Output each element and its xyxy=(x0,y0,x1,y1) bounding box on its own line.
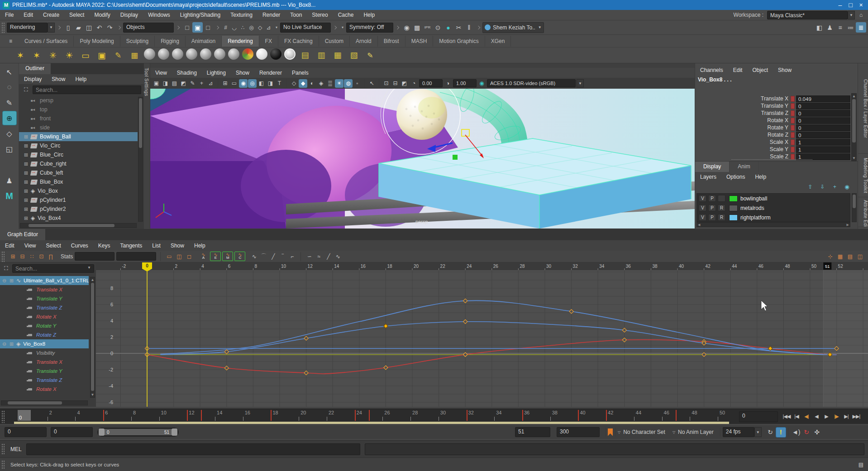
view-transform-selector[interactable]: ACES 1.0 SDR-video (sRGB) xyxy=(487,79,576,87)
loop-mode-icon[interactable]: ↻ xyxy=(765,427,776,438)
outliner-item-blue-box[interactable]: ⊞Blue_Box xyxy=(19,177,138,186)
go-to-start-button[interactable]: |◀◀ xyxy=(782,411,792,422)
snap-curve-icon[interactable]: ◡ xyxy=(230,23,238,32)
texture-icon[interactable]: ▥ xyxy=(315,48,328,62)
render-current-frame-icon[interactable]: ▩ xyxy=(412,22,422,33)
range-start-handle[interactable] xyxy=(99,428,105,436)
expand-toggle-icon[interactable]: ⊞ xyxy=(24,171,29,176)
color-management-icon[interactable]: ◉ xyxy=(477,79,486,88)
menu-item-texturing[interactable]: Texturing xyxy=(225,12,258,18)
stats-field-1[interactable] xyxy=(75,252,114,261)
view-transform-arrow[interactable]: ▼ xyxy=(577,79,584,87)
surface-shader-icon[interactable] xyxy=(256,48,267,60)
snap-grid-icon[interactable]: # xyxy=(221,23,230,32)
channel-box-vscrollbar[interactable]: ▲ ▼ xyxy=(851,93,857,161)
viewport-toolbar-icon-12[interactable]: ◧ xyxy=(257,79,266,88)
viewport-toolbar-icon-8[interactable]: ⊞ xyxy=(221,79,229,88)
move-nearest-key-icon[interactable]: ⊞ xyxy=(9,252,17,261)
mel-label[interactable]: MEL xyxy=(10,446,22,452)
viewport-toolbar-icon-5[interactable]: + xyxy=(197,79,206,88)
graph-channel-rotate-x[interactable]: Rotate X xyxy=(0,312,89,321)
viewport-toolbar-icon-9[interactable]: ▭ xyxy=(230,79,238,88)
current-time-field[interactable]: 0 xyxy=(739,411,778,422)
grapheditor-menu-keys[interactable]: Keys xyxy=(93,243,115,249)
viewport-toolbar-icon-16[interactable]: ◇ xyxy=(290,79,298,88)
grapheditor-menu-tangents[interactable]: Tangents xyxy=(115,243,148,249)
playback-end-field[interactable]: 51 xyxy=(515,427,550,437)
graph-toolbar-grip[interactable] xyxy=(1,251,5,262)
gamma-icon[interactable]: ◑ xyxy=(444,79,452,88)
layer-reference-toggle[interactable] xyxy=(718,195,725,202)
animation-end-field[interactable]: 300 xyxy=(557,427,600,437)
step-forward-frame-button[interactable]: |▶ xyxy=(831,411,841,422)
layer-row-bowlingball[interactable]: VPbowlingball xyxy=(697,194,850,203)
live-surface-field[interactable]: No Live Surface xyxy=(280,23,331,33)
render-view-icon[interactable]: ◉ xyxy=(401,22,412,33)
outliner-item-vio-box4[interactable]: ⊞◈Vio_Box4 xyxy=(19,214,138,223)
layer-playback-toggle[interactable]: P xyxy=(708,205,716,211)
exposure-icon[interactable]: ◔ xyxy=(410,79,418,88)
shelf-tab-poly-modeling[interactable]: Poly Modeling xyxy=(74,36,120,47)
attribute-editor-icon[interactable]: ≡ xyxy=(835,22,845,33)
region-select-icon[interactable]: ⊡ xyxy=(37,252,46,261)
scale-tool[interactable]: ◱ xyxy=(3,142,16,156)
viewport-toolbar-icon-21[interactable]: ☀ xyxy=(335,79,343,88)
shelf-tab-fx-caching[interactable]: FX Caching xyxy=(278,36,319,47)
rotate-tool[interactable]: ◇ xyxy=(3,127,16,140)
layer-visible-toggle[interactable]: V xyxy=(699,195,706,202)
outliner-item-persp[interactable]: ■◄persp xyxy=(19,96,138,105)
viewport-3d-scene[interactable]: persp xyxy=(150,89,695,228)
minimize-button[interactable]: – xyxy=(835,0,845,10)
shelf-tab-motion-graphics[interactable]: Motion Graphics xyxy=(433,36,485,47)
channel-value-field[interactable]: 0 xyxy=(796,103,850,109)
shelf-tab-animation[interactable]: Animation xyxy=(186,36,222,47)
user-account-chip[interactable]: Shem Keziah To.. ▼ xyxy=(482,22,544,33)
outliner-item-blue-circ[interactable]: ⊞Blue_Circ xyxy=(19,150,138,159)
graph-channel-translate-y[interactable]: Translate Y xyxy=(0,366,89,376)
lock-tangent-weight-icon[interactable]: ∿ xyxy=(334,252,342,261)
layer-playback-toggle[interactable]: P xyxy=(708,195,716,202)
viewport-menu-shading[interactable]: Shading xyxy=(172,70,202,76)
channelbox-menu-edit[interactable]: Edit xyxy=(728,67,748,73)
channel-value-field[interactable]: 0.049 xyxy=(796,95,850,102)
channel-box-icon[interactable]: ≣ xyxy=(856,22,866,33)
directional-light-icon[interactable]: ✶ xyxy=(30,48,43,62)
viewport-toolbar-icon-19[interactable]: ◈ xyxy=(317,79,325,88)
animation-start-field[interactable]: 0 xyxy=(5,427,47,437)
stats-field-2[interactable] xyxy=(116,252,156,261)
viewport-menu-show[interactable]: Show xyxy=(231,70,254,76)
evaluation-mode-icon[interactable]: ✜ xyxy=(812,427,822,438)
cached-playback-toggle[interactable]: ! xyxy=(776,427,786,438)
time-editor-icon[interactable]: ◫ xyxy=(856,252,864,261)
center-current-time-icon[interactable]: ◻ xyxy=(185,252,193,261)
help-line-grip[interactable] xyxy=(1,460,5,469)
lambert-icon[interactable] xyxy=(172,48,183,60)
shelf-tab-xgen[interactable]: XGen xyxy=(485,36,511,47)
graph-channel-vio-box8[interactable]: ⊖⊞◈Vio_Box8 xyxy=(0,339,89,348)
step-tangent-icon[interactable]: ⌐ xyxy=(288,252,296,261)
outliner-filter-icon[interactable]: ⛶ xyxy=(22,86,30,94)
viewport-toolbar-icon-6[interactable]: ⊿ xyxy=(206,79,215,88)
phong-icon[interactable] xyxy=(186,48,197,60)
make-live-icon[interactable]: ⊿ xyxy=(264,23,273,32)
viewport-toolbar-icon-22[interactable]: ◍ xyxy=(344,79,353,88)
layer-color-swatch[interactable] xyxy=(729,195,738,202)
viewport-toolbar-icon-2[interactable]: ▤ xyxy=(170,79,179,88)
layer-row-metalrods[interactable]: VPRmetalrods xyxy=(697,203,850,213)
viewport-toolbar-icon-14[interactable]: T xyxy=(275,79,284,88)
expand-toggle-icon[interactable]: ⊞ xyxy=(24,162,29,167)
flat-tangent-icon[interactable]: ‾ xyxy=(278,252,287,261)
side-tab-attribute-editor[interactable]: Attribute Editor xyxy=(858,197,868,227)
symmetry-arrow[interactable]: ▾ xyxy=(339,23,346,33)
layer-color-swatch[interactable] xyxy=(729,214,738,221)
point-light-icon[interactable]: ✳ xyxy=(46,48,60,62)
outliner-hscrollbar[interactable] xyxy=(20,223,137,228)
shading-map-icon[interactable]: ▦ xyxy=(128,48,141,62)
menu-item-stereo[interactable]: Stereo xyxy=(307,12,333,18)
tool-settings-strip[interactable]: Tool Settings xyxy=(144,63,150,229)
channel-box-splitter[interactable] xyxy=(731,159,812,160)
layer-editor-tab-anim[interactable]: Anim xyxy=(730,162,758,172)
range-end-handle[interactable] xyxy=(172,428,177,436)
grapheditor-menu-list[interactable]: List xyxy=(147,243,166,249)
graph-channel-rotate-z[interactable]: Rotate Z xyxy=(0,330,89,339)
